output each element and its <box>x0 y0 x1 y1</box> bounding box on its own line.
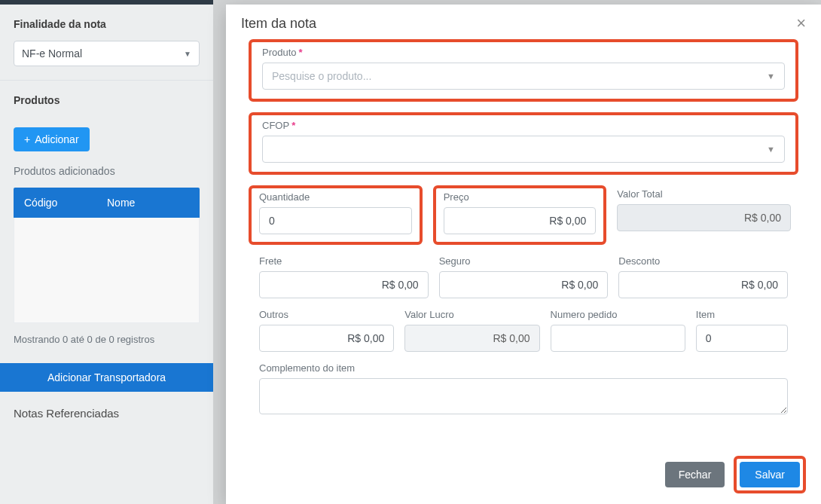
add-transportadora-button[interactable]: Adicionar Transportadora <box>0 363 213 392</box>
frete-input[interactable] <box>259 271 429 298</box>
products-table-header: Código Nome <box>14 188 200 218</box>
produto-label: Produto * <box>262 47 785 58</box>
fechar-label: Fechar <box>679 469 712 481</box>
row-frete-seguro-desconto: Frete Seguro Desconto <box>249 255 798 298</box>
item-label: Item <box>696 309 788 320</box>
complemento-section: Complemento do item <box>249 362 798 417</box>
required-star: * <box>291 120 295 131</box>
finalidade-select[interactable]: NF-e Normal ▼ <box>14 41 200 66</box>
quantidade-input[interactable] <box>259 207 412 234</box>
quantidade-highlight: Quantidade <box>249 185 423 245</box>
add-transportadora-label: Adicionar Transportadora <box>47 371 166 383</box>
required-star: * <box>299 47 303 58</box>
salvar-button[interactable]: Salvar <box>740 462 800 487</box>
seguro-input[interactable] <box>439 271 609 298</box>
desconto-input[interactable] <box>618 271 788 298</box>
finalidade-section: Finalidade da nota NF-e Normal ▼ <box>0 5 213 81</box>
valor-lucro-input <box>404 325 539 352</box>
th-nome: Nome <box>96 197 200 209</box>
row-outros-lucro-pedido-item: Outros Valor Lucro Numero pedido Item <box>249 309 798 352</box>
chevron-down-icon: ▼ <box>184 50 191 58</box>
finalidade-value: NF-e Normal <box>22 47 82 60</box>
background-page: Finalidade da nota NF-e Normal ▼ Produto… <box>0 0 213 504</box>
outros-label: Outros <box>259 309 394 320</box>
produtos-section: Produtos + Adicionar Produtos adicionado… <box>0 81 213 357</box>
row-qty-price-total: Quantidade Preço Valor Total <box>249 185 798 245</box>
item-input[interactable] <box>696 325 788 352</box>
preco-highlight: Preço <box>433 185 607 245</box>
numero-pedido-label: Numero pedido <box>551 309 685 320</box>
modal-footer: Fechar Salvar <box>226 447 821 504</box>
desconto-label: Desconto <box>618 255 788 267</box>
salvar-label: Salvar <box>755 469 785 481</box>
preco-input[interactable] <box>444 207 597 234</box>
numero-pedido-input[interactable] <box>551 325 685 352</box>
chevron-down-icon: ▼ <box>767 145 775 154</box>
seguro-label: Seguro <box>439 255 609 267</box>
products-table-body <box>14 218 200 323</box>
added-products-label: Produtos adicionados <box>14 165 200 177</box>
valor-total-label: Valor Total <box>617 188 791 200</box>
add-product-button[interactable]: + Adicionar <box>14 127 90 151</box>
salvar-highlight: Salvar <box>734 456 806 493</box>
plus-icon: + <box>24 133 30 145</box>
complemento-textarea[interactable] <box>259 378 788 414</box>
chevron-down-icon: ▼ <box>767 72 775 81</box>
outros-input[interactable] <box>259 325 394 352</box>
modal-title: Item da nota <box>241 16 316 32</box>
add-button-label: Adicionar <box>35 133 78 145</box>
quantidade-label: Quantidade <box>259 191 412 203</box>
produto-select[interactable]: Pesquise o produto... ▼ <box>262 63 785 90</box>
complemento-label: Complemento do item <box>259 362 788 374</box>
produtos-title: Produtos <box>14 94 200 106</box>
produto-highlight: Produto * Pesquise o produto... ▼ <box>249 39 798 102</box>
close-icon[interactable]: × <box>796 15 806 32</box>
modal-body: Produto * Pesquise o produto... ▼ CFOP *… <box>226 39 821 447</box>
notas-referenciadas-title: Notas Referenciadas <box>0 392 213 435</box>
table-footer-text: Mostrando 0 até 0 de 0 registros <box>14 323 200 345</box>
th-codigo: Código <box>14 197 96 209</box>
valor-total-input <box>617 204 791 231</box>
preco-label: Preço <box>444 191 597 203</box>
cfop-select[interactable]: ▼ <box>262 136 785 163</box>
item-modal: Item da nota × Produto * Pesquise o prod… <box>226 5 821 504</box>
fechar-button[interactable]: Fechar <box>665 462 725 487</box>
modal-header: Item da nota × <box>226 5 821 39</box>
valor-lucro-label: Valor Lucro <box>404 309 539 320</box>
produto-placeholder: Pesquise o produto... <box>272 70 371 82</box>
cfop-highlight: CFOP * ▼ <box>249 112 798 175</box>
cfop-label: CFOP * <box>262 120 785 131</box>
finalidade-label: Finalidade da nota <box>14 18 200 30</box>
frete-label: Frete <box>259 255 429 267</box>
